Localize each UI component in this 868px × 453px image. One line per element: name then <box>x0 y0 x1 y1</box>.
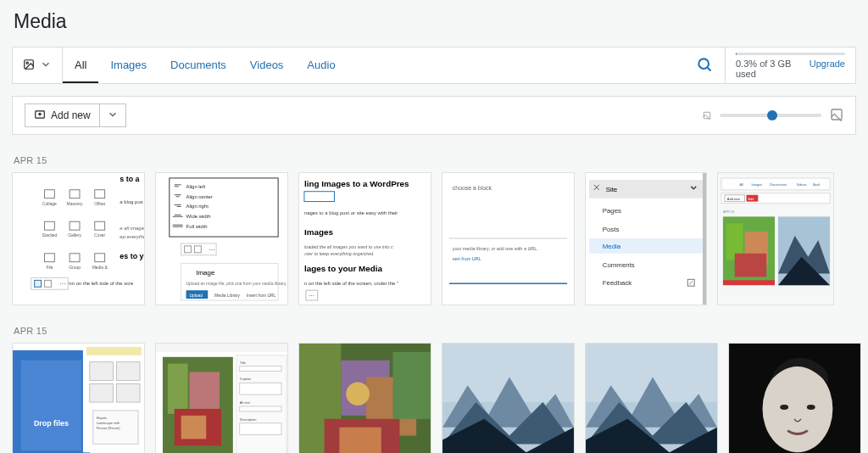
svg-text:Edit: Edit <box>748 197 754 201</box>
svg-text:Images: Images <box>304 227 333 237</box>
svg-point-138 <box>346 382 370 405</box>
svg-text:Media &: Media & <box>92 266 108 270</box>
tab-all[interactable]: All <box>63 48 98 83</box>
svg-rect-129 <box>240 423 281 435</box>
svg-text:sert from URL: sert from URL <box>453 256 481 261</box>
zoom-slider-thumb[interactable] <box>767 110 777 120</box>
media-thumb[interactable]: choose a block your media library, or ad… <box>442 172 575 305</box>
add-new-label: Add new <box>51 109 91 121</box>
date-heading: APR 15 <box>0 135 868 172</box>
svg-text:File: File <box>46 266 53 270</box>
svg-text:ling Images to a WordPres: ling Images to a WordPres <box>304 179 409 188</box>
svg-text:APR 15: APR 15 <box>723 210 735 214</box>
svg-text:All: All <box>740 182 744 187</box>
storage-bar <box>736 53 845 55</box>
svg-text:Full width: Full width <box>186 224 208 229</box>
media-thumb[interactable]: Drop files Hayots Landscape with Person … <box>12 343 145 453</box>
svg-text:Landscape with: Landscape with <box>97 421 120 425</box>
media-thumb[interactable] <box>585 343 718 453</box>
svg-rect-127 <box>240 406 281 411</box>
zoom-small-icon <box>703 109 711 122</box>
svg-rect-97 <box>735 254 766 277</box>
tab-videos[interactable]: Videos <box>238 48 296 83</box>
add-new-button[interactable]: Add new <box>25 103 100 127</box>
media-thumb[interactable] <box>298 343 431 453</box>
svg-rect-102 <box>21 361 81 451</box>
search-icon <box>696 56 713 76</box>
svg-rect-32 <box>35 280 42 287</box>
upgrade-link[interactable]: Upgrade <box>810 59 845 79</box>
tab-images[interactable]: Images <box>98 48 159 83</box>
media-toolbar: Add new <box>12 96 856 135</box>
media-thumb[interactable]: Collage Masonry Offset Stacked Gallery C… <box>12 172 145 305</box>
media-thumb[interactable] <box>728 343 861 453</box>
zoom-slider[interactable] <box>720 114 821 117</box>
svg-rect-137 <box>339 428 381 453</box>
svg-text:Align center: Align center <box>186 194 213 199</box>
filter-tabs: All Images Documents Videos Audio <box>63 48 348 83</box>
svg-rect-123 <box>240 366 281 372</box>
svg-text:Description: Description <box>240 417 257 422</box>
svg-text:Add new: Add new <box>727 197 740 201</box>
svg-text:Videos: Videos <box>797 182 807 187</box>
tab-audio[interactable]: Audio <box>295 48 347 83</box>
svg-text:Media: Media <box>603 243 621 250</box>
media-grid-row: Collage Masonry Offset Stacked Gallery C… <box>0 172 868 305</box>
svg-text:Offset: Offset <box>94 202 106 206</box>
storage-panel: 0.3% of 3 GB used Upgrade <box>725 48 855 83</box>
svg-text:Cover: Cover <box>94 233 105 238</box>
svg-text:⋯: ⋯ <box>309 293 314 299</box>
svg-text:Media Library: Media Library <box>214 294 240 298</box>
tab-documents[interactable]: Documents <box>159 48 238 83</box>
search-button[interactable] <box>684 48 725 83</box>
svg-text:Comments: Comments <box>603 261 635 269</box>
zoom-large-icon <box>830 108 843 124</box>
svg-rect-43 <box>185 246 192 253</box>
svg-rect-108 <box>90 383 114 402</box>
media-thumb[interactable] <box>442 343 575 453</box>
media-thumb[interactable]: ling Images to a WordPres nages to a blo… <box>298 172 431 305</box>
svg-rect-107 <box>116 362 140 381</box>
svg-rect-33 <box>45 280 52 287</box>
svg-point-1 <box>26 62 28 64</box>
storage-used-text: 0.3% of 3 GB used <box>736 59 803 79</box>
media-thumb[interactable]: AllImages DocumentsVideos Audi Add new E… <box>717 172 834 305</box>
media-thumb[interactable]: Title Caption Alt text Description <box>155 343 288 453</box>
svg-point-146 <box>807 405 815 410</box>
svg-text:ep everythi: ep everythi <box>120 234 144 239</box>
svg-rect-98 <box>723 280 775 285</box>
svg-rect-44 <box>194 246 201 253</box>
svg-text:Alt text: Alt text <box>240 400 251 405</box>
media-thumb[interactable]: Align left Align center Align right Wide… <box>155 172 288 305</box>
add-new-dropdown[interactable] <box>100 103 126 127</box>
svg-text:Image: Image <box>196 269 215 277</box>
date-heading: APR 15 <box>0 305 868 343</box>
svg-text:ımn on the left side of the sc: ımn on the left side of the scre <box>66 281 134 286</box>
svg-text:s to a: s to a <box>120 175 139 183</box>
svg-text:Upload an image file, pick one: Upload an image file, pick one from your… <box>186 282 287 286</box>
svg-text:choose a block: choose a block <box>453 185 492 191</box>
svg-text:Align right: Align right <box>186 204 209 209</box>
chevron-down-icon <box>40 59 52 73</box>
svg-text:Wide width: Wide width <box>186 214 211 219</box>
svg-text:Insert from URL: Insert from URL <box>247 294 276 298</box>
media-type-picker[interactable] <box>13 48 63 83</box>
svg-text:Hayots: Hayots <box>97 416 107 420</box>
svg-rect-120 <box>181 416 207 439</box>
svg-rect-105 <box>86 347 142 355</box>
zoom-control <box>703 108 843 124</box>
svg-text:loaded the all images you want: loaded the all images you want to use in… <box>304 244 393 249</box>
svg-text:n on the left side of the scre: n on the left side of the screen, under … <box>304 281 398 286</box>
svg-text:ısier to keep everything organ: ısier to keep everything organized. <box>304 251 375 256</box>
svg-rect-55 <box>304 192 335 202</box>
filter-left: All Images Documents Videos Audio <box>13 48 348 83</box>
svg-rect-109 <box>116 383 140 402</box>
upload-icon <box>34 109 46 123</box>
chevron-down-icon <box>107 109 119 123</box>
media-thumb[interactable]: Site Pages Posts Media Comments Feedback <box>585 172 707 305</box>
svg-text:Stacked: Stacked <box>42 233 58 238</box>
svg-text:Align left: Align left <box>186 184 206 189</box>
svg-rect-136 <box>393 352 431 419</box>
svg-text:⋯: ⋯ <box>209 246 215 254</box>
svg-text:es to y: es to y <box>120 252 143 260</box>
